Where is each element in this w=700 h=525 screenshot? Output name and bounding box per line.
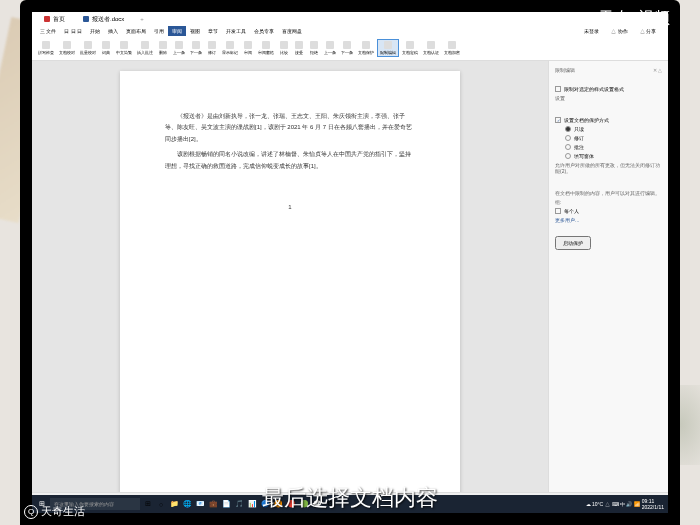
protect-option-radio[interactable]: 批注 bbox=[565, 144, 662, 150]
taskbar-app-icon[interactable]: 📄 bbox=[220, 498, 232, 510]
protect-option-radio[interactable]: 只读 bbox=[565, 126, 662, 132]
taskbar-app-icon[interactable]: 📧 bbox=[194, 498, 206, 510]
tool-词典[interactable]: 词典 bbox=[99, 40, 113, 56]
ribbon-tab[interactable]: 审阅 bbox=[168, 26, 186, 36]
video-subtitle: 最后选择文档内容 bbox=[262, 483, 438, 513]
tool-删除[interactable]: 删除 bbox=[156, 40, 170, 56]
tool-接受[interactable]: 接受 bbox=[292, 40, 306, 56]
taskbar-app-icon[interactable]: 📊 bbox=[246, 498, 258, 510]
settings-link[interactable]: 设置 bbox=[555, 95, 662, 101]
tool-限制编辑[interactable]: 限制编辑 bbox=[377, 39, 399, 57]
more-users-link[interactable]: 更多用户... bbox=[555, 217, 662, 223]
paragraph-1[interactable]: 《报送者》是由刘新执导，张一龙、张瑞、王志文、王阳、朱庆领衔主演，李强、张子等、… bbox=[165, 111, 415, 145]
titlebar: 首页 报送者.docx + bbox=[32, 12, 668, 26]
system-tray[interactable]: ☁ 10°C △ ⌨ 中 🔊 📶 09:112022/1/11 bbox=[586, 498, 664, 510]
tool-修订[interactable]: 修订 bbox=[205, 40, 219, 56]
taskbar-app-icon[interactable]: 💼 bbox=[207, 498, 219, 510]
clock[interactable]: 09:112022/1/11 bbox=[642, 498, 664, 510]
taskbar-app-icon[interactable]: 🌐 bbox=[181, 498, 193, 510]
monitor-bezel: 首页 报送者.docx + 三 文件日 日 日开始插入页面布局引用审阅视图章节开… bbox=[20, 0, 680, 525]
ribbon-tab[interactable]: 插入 bbox=[104, 26, 122, 36]
ribbon-tab[interactable]: 章节 bbox=[204, 26, 222, 36]
tray-icons[interactable]: △ ⌨ 中 🔊 📶 bbox=[605, 501, 640, 507]
tool-审阅窗格[interactable]: 审阅窗格 bbox=[256, 40, 276, 56]
tool-比较[interactable]: 比较 bbox=[277, 40, 291, 56]
logo-icon: Q bbox=[24, 505, 38, 519]
document-page[interactable]: 《报送者》是由刘新执导，张一龙、张瑞、王志文、王阳、朱庆领衔主演，李强、张子等、… bbox=[120, 71, 460, 492]
protect-option-radio[interactable]: 修订 bbox=[565, 135, 662, 141]
taskbar-app-icon[interactable]: ○ bbox=[155, 498, 167, 510]
taskbar-app-icon[interactable]: ⊞ bbox=[142, 498, 154, 510]
word-icon bbox=[83, 16, 89, 22]
taskbar-app-icon[interactable]: 📁 bbox=[168, 498, 180, 510]
page-number: 1 bbox=[165, 202, 415, 213]
protect-description: 允许用户对所做的所有更改，但无法关闭修订功能(2)。 bbox=[555, 162, 662, 174]
tool-上一条[interactable]: 上一条 bbox=[322, 40, 338, 56]
watermark: 天奇·视频 bbox=[598, 8, 670, 29]
ribbon-tab[interactable]: 开发工具 bbox=[222, 26, 250, 36]
ribbon-tabs: 三 文件日 日 日开始插入页面布局引用审阅视图章节开发工具会员专享百度网盘未登录… bbox=[32, 26, 668, 36]
content-area: 《报送者》是由刘新执导，张一龙、张瑞、王志文、王阳、朱庆领衔主演，李强、张子等、… bbox=[32, 61, 668, 492]
group-everyone-checkbox[interactable]: 每个人 bbox=[555, 208, 662, 214]
tool-拒绝[interactable]: 拒绝 bbox=[307, 40, 321, 56]
ribbon-tab[interactable]: 日 日 日 bbox=[60, 26, 86, 36]
ribbon-tab[interactable]: 会员专享 bbox=[250, 26, 278, 36]
weather-widget[interactable]: ☁ 10°C bbox=[586, 501, 604, 507]
tool-下一条[interactable]: 下一条 bbox=[188, 40, 204, 56]
exceptions-description: 在文档中限制的内容，用户可以对其进行编辑。 bbox=[555, 190, 662, 196]
panel-title: 限制编辑 bbox=[555, 67, 575, 73]
tab-document[interactable]: 报送者.docx bbox=[75, 13, 132, 26]
ribbon-tab[interactable]: 开始 bbox=[86, 26, 104, 36]
tool-下一条[interactable]: 下一条 bbox=[339, 40, 355, 56]
tool-文档定稿[interactable]: 文档定稿 bbox=[400, 40, 420, 56]
ribbon-toolbar: 拼写检查文档校对批量校对词典中文简繁插入批注删除上一条下一条修订显示标记审阅审阅… bbox=[32, 36, 668, 60]
ribbon-tab[interactable]: 视图 bbox=[186, 26, 204, 36]
tool-插入批注[interactable]: 插入批注 bbox=[135, 40, 155, 56]
brand-logo: Q 天奇生活 bbox=[24, 504, 85, 519]
protect-option-radio[interactable]: 填写窗体 bbox=[565, 153, 662, 159]
ribbon-tab[interactable]: 页面布局 bbox=[122, 26, 150, 36]
wps-icon bbox=[44, 16, 50, 22]
panel-close-button[interactable]: ✕ △ bbox=[653, 67, 662, 73]
taskbar-app-icon[interactable]: 🎵 bbox=[233, 498, 245, 510]
paragraph-2[interactable]: 该剧根据畅销的同名小说改编，讲述了林楠督、朱怡贞等人在中国共产党的指引下，坚持理… bbox=[165, 149, 415, 172]
format-restrict-checkbox[interactable]: 限制对选定的样式设置格式 bbox=[555, 86, 662, 92]
tool-文档校对[interactable]: 文档校对 bbox=[57, 40, 77, 56]
tool-文档保护[interactable]: 文档保护 bbox=[356, 40, 376, 56]
tool-文档加密[interactable]: 文档加密 bbox=[442, 40, 462, 56]
tool-文档认证[interactable]: 文档认证 bbox=[421, 40, 441, 56]
ribbon-tab[interactable]: 百度网盘 bbox=[278, 26, 306, 36]
ribbon-tab[interactable]: 三 文件 bbox=[36, 26, 60, 36]
new-tab-button[interactable]: + bbox=[140, 16, 144, 22]
tool-中文简繁[interactable]: 中文简繁 bbox=[114, 40, 134, 56]
groups-label: 组: bbox=[555, 199, 662, 205]
tab-home[interactable]: 首页 bbox=[36, 13, 73, 26]
ribbon-tab[interactable]: 引用 bbox=[150, 26, 168, 36]
tool-审阅[interactable]: 审阅 bbox=[241, 40, 255, 56]
tool-批量校对[interactable]: 批量校对 bbox=[78, 40, 98, 56]
page-area[interactable]: 《报送者》是由刘新执导，张一龙、张瑞、王志文、王阳、朱庆领衔主演，李强、张子等、… bbox=[32, 61, 548, 492]
screen: 首页 报送者.docx + 三 文件日 日 日开始插入页面布局引用审阅视图章节开… bbox=[32, 12, 668, 513]
restrict-editing-panel: 限制编辑 ✕ △ 限制对选定的样式设置格式 设置 ✓设置文档的保护方式 只读修订… bbox=[548, 61, 668, 492]
protect-mode-checkbox[interactable]: ✓设置文档的保护方式 bbox=[555, 117, 662, 123]
tool-上一条[interactable]: 上一条 bbox=[171, 40, 187, 56]
tool-拼写检查[interactable]: 拼写检查 bbox=[36, 40, 56, 56]
tool-显示标记[interactable]: 显示标记 bbox=[220, 40, 240, 56]
ribbon: 三 文件日 日 日开始插入页面布局引用审阅视图章节开发工具会员专享百度网盘未登录… bbox=[32, 26, 668, 61]
start-protection-button[interactable]: 启动保护 bbox=[555, 236, 591, 250]
